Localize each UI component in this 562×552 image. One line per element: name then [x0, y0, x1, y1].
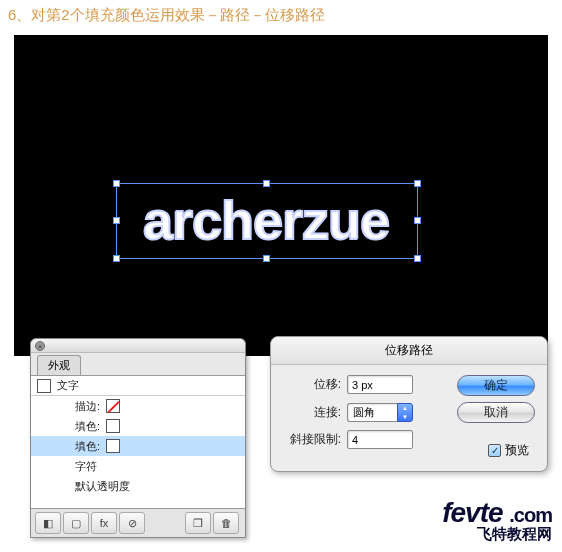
appearance-header-label: 文字	[57, 378, 79, 393]
handle-bottom-left[interactable]	[113, 255, 120, 262]
panel-tabs: 外观	[31, 353, 245, 376]
artboard[interactable]: archerzue	[14, 35, 548, 356]
joins-label: 连接:	[283, 404, 341, 421]
offset-path-dialog[interactable]: 位移路径 位移: 连接: 圆角 斜接限制: 确定 取消 ✓ 预览	[270, 336, 548, 472]
duplicate-item-button[interactable]: ❐	[185, 512, 211, 534]
appearance-row-characters[interactable]: 字符	[31, 456, 245, 476]
preview-checkbox-row[interactable]: ✓ 预览	[488, 442, 529, 459]
row-label: 描边:	[75, 399, 100, 414]
handle-top-left[interactable]	[113, 180, 120, 187]
row-label: 默认透明度	[75, 479, 130, 494]
appearance-panel[interactable]: × 外观 文字 描边: 填色: 填色: 字符 默认透明度 ◧ ▢ fx	[30, 338, 246, 538]
preview-checkbox[interactable]: ✓	[488, 444, 501, 457]
miter-label: 斜接限制:	[283, 431, 341, 448]
handle-top-right[interactable]	[414, 180, 421, 187]
handle-mid-left[interactable]	[113, 217, 120, 224]
new-fill-button[interactable]: ◧	[35, 512, 61, 534]
stroke-swatch-none[interactable]	[106, 399, 120, 413]
appearance-row-opacity[interactable]: 默认透明度	[31, 476, 245, 496]
dialog-title: 位移路径	[271, 337, 547, 365]
watermark: fevte .com 飞特教程网	[442, 497, 552, 544]
add-effect-button[interactable]: fx	[91, 512, 117, 534]
handle-bottom-center[interactable]	[263, 255, 270, 262]
preview-label: 预览	[505, 442, 529, 459]
fill-swatch[interactable]	[106, 439, 120, 453]
panel-titlebar[interactable]: ×	[31, 339, 245, 353]
row-label: 字符	[75, 459, 97, 474]
row-label: 填色:	[75, 439, 100, 454]
appearance-row-stroke[interactable]: 描边:	[31, 396, 245, 416]
appearance-list: 文字 描边: 填色: 填色: 字符 默认透明度	[31, 376, 245, 508]
dropdown-arrows-icon[interactable]	[397, 403, 413, 422]
ok-button[interactable]: 确定	[457, 375, 535, 396]
joins-select[interactable]: 圆角	[347, 402, 413, 422]
handle-mid-right[interactable]	[414, 217, 421, 224]
handle-bottom-right[interactable]	[414, 255, 421, 262]
new-stroke-button[interactable]: ▢	[63, 512, 89, 534]
miter-input[interactable]	[347, 430, 413, 449]
offset-input[interactable]	[347, 375, 413, 394]
delete-item-button[interactable]: 🗑	[213, 512, 239, 534]
clear-appearance-button[interactable]: ⊘	[119, 512, 145, 534]
offset-label: 位移:	[283, 376, 341, 393]
fill-swatch[interactable]	[106, 419, 120, 433]
panel-close-button[interactable]: ×	[35, 341, 45, 351]
panel-footer: ◧ ▢ fx ⊘ ❐ 🗑	[31, 508, 245, 537]
tab-appearance[interactable]: 外观	[37, 355, 81, 375]
cancel-button[interactable]: 取消	[457, 402, 535, 423]
joins-value: 圆角	[347, 403, 397, 422]
handle-top-center[interactable]	[263, 180, 270, 187]
appearance-row-fill-1[interactable]: 填色:	[31, 416, 245, 436]
selection-bounding-box[interactable]	[116, 183, 418, 259]
row-label: 填色:	[75, 419, 100, 434]
appearance-row-fill-2[interactable]: 填色:	[31, 436, 245, 456]
appearance-header-row[interactable]: 文字	[31, 376, 245, 396]
caption-text: 6、对第2个填充颜色运用效果－路径－位移路径	[0, 0, 562, 35]
type-swatch	[37, 379, 51, 393]
